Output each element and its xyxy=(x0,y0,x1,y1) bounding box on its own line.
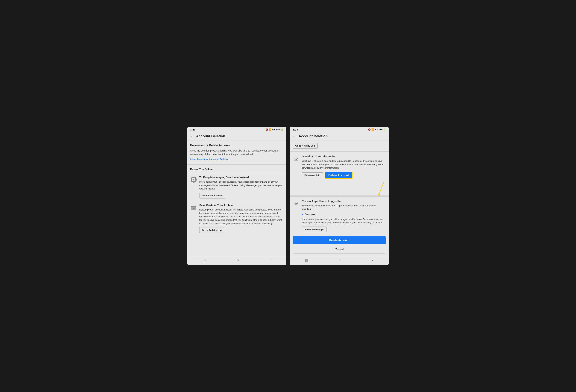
mute-icon: 🔇 xyxy=(265,128,268,131)
review-apps-content: Review Apps You've Logged Into You've us… xyxy=(302,200,386,232)
callout-text: Delete Account xyxy=(328,174,349,177)
download-info-item: Download Your Information You have 2 pho… xyxy=(290,152,389,181)
bullet-text: Coursera xyxy=(305,213,315,216)
messenger-text: If you delete your Facebook account, you… xyxy=(199,180,283,190)
arrow-svg xyxy=(375,181,386,195)
battery-icon-right: 🔋 xyxy=(383,128,386,131)
left-phone: 3:23 🔇 📶 4G 19% 🔋 ← Account Deletion Per… xyxy=(187,127,286,265)
review-apps-text-after: If you delete your account, you will no … xyxy=(302,217,386,224)
nav-recents-icon-right[interactable]: ||| xyxy=(305,258,308,262)
download-action-row: Download Info Delete Account xyxy=(302,172,386,179)
divider-1 xyxy=(187,164,286,165)
signal-icon: 4G xyxy=(272,128,275,131)
battery-icon: 🔋 xyxy=(281,128,283,131)
delete-account-button[interactable]: Delete Account xyxy=(293,236,386,244)
cancel-button[interactable]: Cancel xyxy=(293,245,386,254)
delete-account-callout: Delete Account xyxy=(325,172,353,179)
wifi-icon-right: 📶 xyxy=(371,128,374,131)
svg-rect-4 xyxy=(294,160,298,161)
svg-rect-3 xyxy=(193,208,195,209)
activity-log-section: Go to Activity Log xyxy=(290,141,389,149)
status-icons-right: 🔇 📶 4G 19% 🔋 xyxy=(368,128,386,131)
status-icons-left: 🔇 📶 4G 19% 🔋 xyxy=(265,128,283,131)
battery-right: 19% xyxy=(378,128,382,131)
nav-home-icon-right[interactable]: ○ xyxy=(339,258,341,262)
archive-content: Save Posts in Your Archive Deleting your… xyxy=(199,204,283,233)
archive-title: Save Posts in Your Archive xyxy=(199,204,283,207)
svg-point-6 xyxy=(378,194,380,195)
status-bar-left: 3:23 🔇 📶 4G 19% 🔋 xyxy=(187,127,286,132)
signal-icon-right: 4G xyxy=(375,128,377,131)
review-apps-title: Review Apps You've Logged Into xyxy=(302,200,386,203)
bullet-icon xyxy=(302,214,303,215)
before-you-delete-heading: Before You Delete xyxy=(190,168,283,171)
archive-text: Deleting your Facebook account will dele… xyxy=(199,208,283,225)
messenger-icon xyxy=(190,176,197,183)
callout-box: Delete Account xyxy=(325,172,353,179)
back-button-right[interactable]: ← xyxy=(293,134,296,138)
header-left: ← Account Deletion xyxy=(187,132,286,141)
svg-rect-1 xyxy=(191,206,196,207)
apps-icon xyxy=(293,200,300,207)
mute-icon-right: 🔇 xyxy=(368,128,371,131)
archive-icon xyxy=(190,204,197,211)
review-apps-item: Review Apps You've Logged Into You've us… xyxy=(290,197,389,235)
bottom-nav-left: ||| ○ ‹ xyxy=(187,256,286,265)
download-info-text: You have 2 photos, 1 post and more uploa… xyxy=(302,159,386,170)
arrow-indicator xyxy=(290,181,389,195)
time-left: 3:23 xyxy=(190,128,195,131)
svg-line-5 xyxy=(379,181,384,195)
divider-right-2 xyxy=(290,195,389,197)
time-right: 3:23 xyxy=(293,128,298,131)
download-info-title: Download Your Information xyxy=(302,155,386,158)
wifi-icon: 📶 xyxy=(269,128,272,131)
right-phone: 3:23 🔇 📶 4G 19% 🔋 ← Account Deletion Go … xyxy=(290,127,389,265)
svg-point-8 xyxy=(296,203,297,204)
svg-point-0 xyxy=(191,177,197,183)
archive-item: Save Posts in Your Archive Deleting your… xyxy=(187,201,286,236)
learn-more-link[interactable]: Learn More About Account Deletion. xyxy=(190,158,230,161)
page-title-right: Account Deletion xyxy=(299,134,328,138)
nav-back-icon[interactable]: ‹ xyxy=(270,258,271,262)
go-to-activity-log-button-left[interactable]: Go to Activity Log xyxy=(199,227,224,233)
messenger-item: To Keep Messenger, Deactivate Instead If… xyxy=(187,173,286,201)
view-linked-apps-button[interactable]: View Linked Apps xyxy=(302,227,327,232)
download-info-button[interactable]: Download Info xyxy=(302,172,323,178)
permanently-delete-description: Once the deletion process begins, you wo… xyxy=(190,149,283,156)
before-you-delete-section: Before You Delete xyxy=(187,165,286,173)
nav-back-icon-right[interactable]: ‹ xyxy=(372,258,373,262)
back-button-left[interactable]: ← xyxy=(190,134,194,138)
permanently-delete-section: Permanently Delete Account Once the dele… xyxy=(187,141,286,164)
page-title-left: Account Deletion xyxy=(196,134,225,138)
review-apps-text-before: You've used Facebook to log into 1 app o… xyxy=(302,204,386,211)
download-icon xyxy=(293,155,300,162)
go-to-activity-log-button-right[interactable]: Go to Activity Log xyxy=(293,143,317,149)
header-right: ← Account Deletion xyxy=(290,132,389,141)
content-right: Go to Activity Log Download Your Informa… xyxy=(290,141,389,256)
messenger-content: To Keep Messenger, Deactivate Instead If… xyxy=(199,176,283,198)
coursera-bullet: Coursera xyxy=(302,213,386,216)
content-left: Permanently Delete Account Once the dele… xyxy=(187,141,286,256)
bottom-nav-right: ||| ○ ‹ xyxy=(290,256,389,265)
messenger-title: To Keep Messenger, Deactivate Instead xyxy=(199,176,283,179)
nav-home-icon[interactable]: ○ xyxy=(236,258,239,262)
battery-left: 19% xyxy=(276,128,280,131)
permanently-delete-heading: Permanently Delete Account xyxy=(190,144,283,147)
download-info-content: Download Your Information You have 2 pho… xyxy=(302,155,386,179)
nav-recents-icon[interactable]: ||| xyxy=(203,258,206,262)
status-bar-right: 3:23 🔇 📶 4G 19% 🔋 xyxy=(290,127,389,132)
deactivate-account-button[interactable]: Deactivate Account xyxy=(199,193,226,198)
divider-right-1 xyxy=(290,151,389,152)
